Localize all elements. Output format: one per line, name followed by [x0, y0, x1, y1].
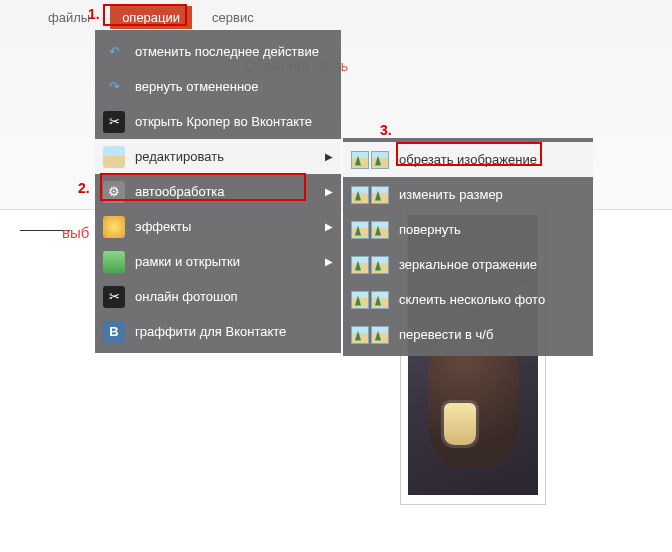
menu-item-label: отменить последнее действие [135, 44, 319, 59]
submenu-item-label: обрезать изображение [399, 152, 537, 167]
auto-icon: ⚙ [103, 181, 125, 203]
menubar-item-operations[interactable]: операции [110, 6, 192, 29]
annotation-marker-2: 2. [78, 180, 90, 196]
menu-item-label: открыть Кропер во Вконтакте [135, 114, 312, 129]
submenu-item-merge[interactable]: склеить несколько фото [343, 282, 593, 317]
submenu-item-resize[interactable]: изменить размер [343, 177, 593, 212]
menubar: файлы операции сервис [36, 6, 266, 29]
thumbnail-pair-icon [351, 256, 389, 274]
menu-item-effects[interactable]: эффекты ▶ [95, 209, 341, 244]
submenu-item-mirror[interactable]: зеркальное отражение [343, 247, 593, 282]
menu-item-auto[interactable]: ⚙ автообработка ▶ [95, 174, 341, 209]
submenu-item-crop[interactable]: обрезать изображение [343, 142, 593, 177]
menu-item-label: рамки и открытки [135, 254, 240, 269]
submenu-item-label: повернуть [399, 222, 461, 237]
menu-item-online-photoshop[interactable]: ✂ онлайн фотошоп [95, 279, 341, 314]
side-label: выб [62, 224, 89, 241]
menu-item-label: вернуть отмененное [135, 79, 259, 94]
submenu-item-bw[interactable]: перевести в ч/б [343, 317, 593, 352]
annotation-marker-1: 1. [88, 6, 100, 22]
menu-item-label: онлайн фотошоп [135, 289, 238, 304]
vk-icon: B [103, 321, 125, 343]
undo-icon: ↶ [103, 41, 125, 63]
menu-item-redo[interactable]: ↶ вернуть отмененное [95, 69, 341, 104]
crop-icon: ✂ [103, 111, 125, 133]
photoshop-icon: ✂ [103, 286, 125, 308]
menu-item-label: автообработка [135, 184, 225, 199]
chevron-right-icon: ▶ [325, 151, 333, 162]
menu-item-undo[interactable]: ↶ отменить последнее действие [95, 34, 341, 69]
submenu-item-label: перевести в ч/б [399, 327, 493, 342]
submenu-item-label: зеркальное отражение [399, 257, 537, 272]
chevron-right-icon: ▶ [325, 221, 333, 232]
submenu-item-label: изменить размер [399, 187, 503, 202]
menu-item-label: граффити для Вконтакте [135, 324, 286, 339]
thumbnail-pair-icon [351, 186, 389, 204]
thumbnail-pair-icon [351, 291, 389, 309]
thumbnail-pair-icon [351, 221, 389, 239]
menu-item-label: редактировать [135, 149, 224, 164]
menubar-item-service[interactable]: сервис [200, 6, 266, 29]
chevron-right-icon: ▶ [325, 256, 333, 267]
chevron-right-icon: ▶ [325, 186, 333, 197]
effects-icon [103, 216, 125, 238]
menu-item-frames[interactable]: рамки и открытки ▶ [95, 244, 341, 279]
annotation-marker-3: 3. [380, 122, 392, 138]
redo-icon: ↶ [103, 76, 125, 98]
submenu-item-rotate[interactable]: повернуть [343, 212, 593, 247]
thumbnail-pair-icon [351, 326, 389, 344]
frames-icon [103, 251, 125, 273]
submenu-item-label: склеить несколько фото [399, 292, 545, 307]
menu-item-open-cropper-vk[interactable]: ✂ открыть Кропер во Вконтакте [95, 104, 341, 139]
menu-item-label: эффекты [135, 219, 191, 234]
operations-menu: ↶ отменить последнее действие ↶ вернуть … [95, 30, 341, 353]
menu-item-edit[interactable]: редактировать ▶ [95, 139, 341, 174]
thumbnail-pair-icon [351, 151, 389, 169]
edit-submenu: обрезать изображение изменить размер пов… [343, 138, 593, 356]
menu-item-graffiti-vk[interactable]: B граффити для Вконтакте [95, 314, 341, 349]
edit-icon [103, 146, 125, 168]
